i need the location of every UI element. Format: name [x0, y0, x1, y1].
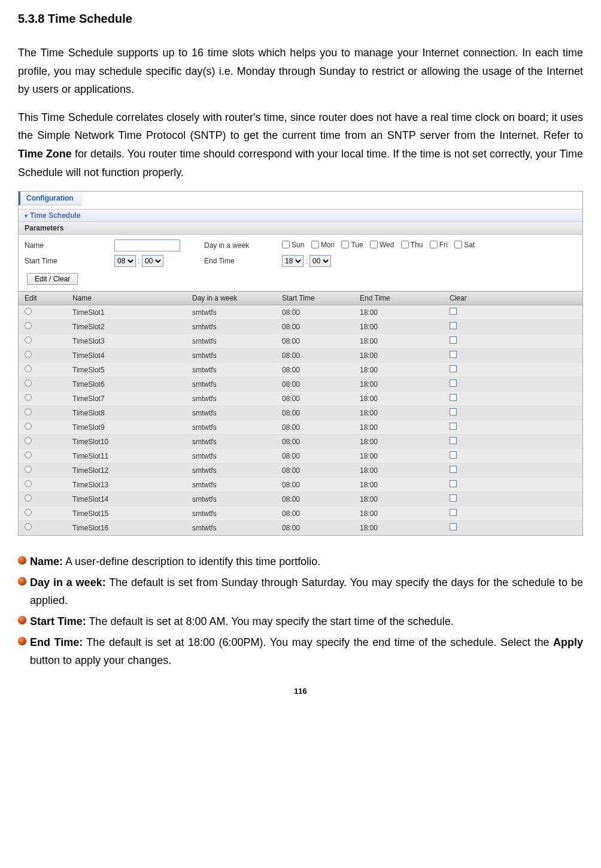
cell-end: 18:00	[354, 449, 444, 463]
clear-checkbox[interactable]	[450, 494, 457, 502]
clear-checkbox[interactable]	[450, 509, 457, 516]
configuration-tab[interactable]: Configuration	[19, 192, 82, 205]
edit-radio[interactable]	[25, 380, 32, 387]
edit-radio[interactable]	[25, 466, 32, 473]
clear-checkbox[interactable]	[450, 423, 457, 430]
time-slot-table: Edit Name Day in a week Start Time End T…	[19, 291, 582, 535]
cell-name: TimeSlot6	[66, 377, 186, 391]
cell-name: TimeSlot9	[66, 420, 186, 435]
chk-thu-label: Thu	[411, 241, 423, 249]
def-end-text-c: button to apply your changes.	[30, 654, 171, 666]
edit-radio[interactable]	[25, 437, 32, 444]
chk-sun[interactable]: Sun	[282, 241, 304, 249]
edit-radio[interactable]	[25, 523, 32, 530]
cell-end: 18:00	[354, 363, 444, 377]
cell-name: TimeSlot7	[66, 391, 186, 406]
paragraph-2a: This Time Schedule correlates closely wi…	[18, 111, 583, 142]
cell-end: 18:00	[354, 506, 444, 521]
col-clear: Clear	[444, 292, 582, 305]
clear-checkbox[interactable]	[450, 322, 457, 329]
edit-radio[interactable]	[25, 451, 32, 459]
bullet-icon	[18, 577, 26, 585]
edit-radio[interactable]	[25, 509, 32, 516]
parameters-bar: Parameters	[19, 222, 582, 235]
chk-thu[interactable]: Thu	[401, 241, 423, 249]
start-hour-select[interactable]: 08	[114, 255, 136, 267]
edit-radio[interactable]	[25, 408, 32, 415]
table-row: TimeSlot1smtwtfs08:0018:00	[19, 305, 582, 320]
end-min-select[interactable]: 00	[309, 255, 331, 267]
clear-checkbox[interactable]	[450, 365, 457, 372]
clear-checkbox[interactable]	[450, 523, 457, 530]
cell-start: 08:00	[276, 334, 354, 348]
clear-checkbox[interactable]	[450, 394, 457, 401]
chk-thu-box[interactable]	[401, 241, 409, 248]
cell-end: 18:00	[354, 435, 444, 449]
col-name: Name	[66, 292, 186, 305]
cell-day: smtwtfs	[186, 478, 276, 492]
chk-sat-box[interactable]	[454, 241, 462, 248]
button-row: Edit / Clear	[19, 269, 582, 291]
table-row: TimeSlot3smtwtfs08:0018:00	[19, 334, 582, 348]
edit-radio[interactable]	[25, 423, 32, 430]
edit-radio[interactable]	[25, 351, 32, 358]
chk-fri[interactable]: Fri	[430, 241, 448, 249]
chk-wed-label: Wed	[380, 241, 394, 249]
edit-radio[interactable]	[25, 365, 32, 372]
end-time-controls: 18 : 00	[282, 255, 576, 267]
time-schedule-section-bar[interactable]: Time Schedule	[19, 209, 582, 222]
edit-radio[interactable]	[25, 394, 32, 401]
cell-day: smtwtfs	[186, 449, 276, 463]
chk-wed-box[interactable]	[370, 241, 378, 248]
cell-day: smtwtfs	[186, 334, 276, 348]
clear-checkbox[interactable]	[450, 308, 457, 315]
chk-fri-box[interactable]	[430, 241, 438, 248]
start-min-select[interactable]: 00	[142, 255, 163, 267]
table-row: TimeSlot14smtwtfs08:0018:00	[19, 492, 582, 506]
table-row: TimeSlot13smtwtfs08:0018:00	[19, 478, 582, 492]
clear-checkbox[interactable]	[450, 480, 457, 487]
cell-name: TimeSlot3	[66, 334, 186, 348]
edit-radio[interactable]	[25, 308, 32, 315]
chk-mon-label: Mon	[321, 241, 335, 249]
chk-wed[interactable]: Wed	[370, 241, 394, 249]
table-row: TimeSlot2smtwtfs08:0018:00	[19, 320, 582, 334]
end-hour-select[interactable]: 18	[282, 255, 303, 267]
cell-name: TimeSlot12	[66, 463, 186, 478]
chk-mon-box[interactable]	[311, 241, 319, 248]
clear-checkbox[interactable]	[450, 380, 457, 387]
cell-start: 08:00	[276, 320, 354, 334]
clear-checkbox[interactable]	[450, 351, 457, 358]
clear-checkbox[interactable]	[450, 408, 457, 415]
cell-name: TimeSlot13	[66, 478, 186, 492]
clear-checkbox[interactable]	[450, 451, 457, 459]
chk-tue-box[interactable]	[341, 241, 349, 248]
edit-radio[interactable]	[25, 336, 32, 344]
bullet-icon	[18, 637, 26, 645]
clear-checkbox[interactable]	[450, 437, 457, 444]
cell-start: 08:00	[276, 406, 354, 420]
chk-mon[interactable]: Mon	[311, 241, 335, 249]
chk-sun-box[interactable]	[282, 241, 290, 248]
edit-radio[interactable]	[25, 480, 32, 487]
cell-end: 18:00	[354, 420, 444, 435]
col-end: End Time	[354, 292, 444, 305]
name-input[interactable]	[114, 239, 180, 251]
table-row: TimeSlot10smtwtfs08:0018:00	[19, 435, 582, 449]
cell-end: 18:00	[354, 334, 444, 348]
cell-start: 08:00	[276, 435, 354, 449]
def-end-text-a: The default is set at 18:00 (6:00PM). Yo…	[83, 636, 553, 648]
edit-clear-button[interactable]: Edit / Clear	[27, 273, 78, 285]
cell-start: 08:00	[276, 420, 354, 435]
edit-radio[interactable]	[25, 494, 32, 502]
cell-day: smtwtfs	[186, 506, 276, 521]
def-end-label: End Time:	[30, 636, 83, 648]
chk-tue[interactable]: Tue	[341, 241, 363, 249]
cell-day: smtwtfs	[186, 377, 276, 391]
table-row: TimeSlot15smtwtfs08:0018:00	[19, 506, 582, 521]
clear-checkbox[interactable]	[450, 466, 457, 473]
chk-sat[interactable]: Sat	[454, 241, 475, 249]
edit-radio[interactable]	[25, 322, 32, 329]
day-checkboxes: Sun Mon Tue Wed Thu Fri Sat	[282, 241, 576, 251]
clear-checkbox[interactable]	[450, 336, 457, 344]
